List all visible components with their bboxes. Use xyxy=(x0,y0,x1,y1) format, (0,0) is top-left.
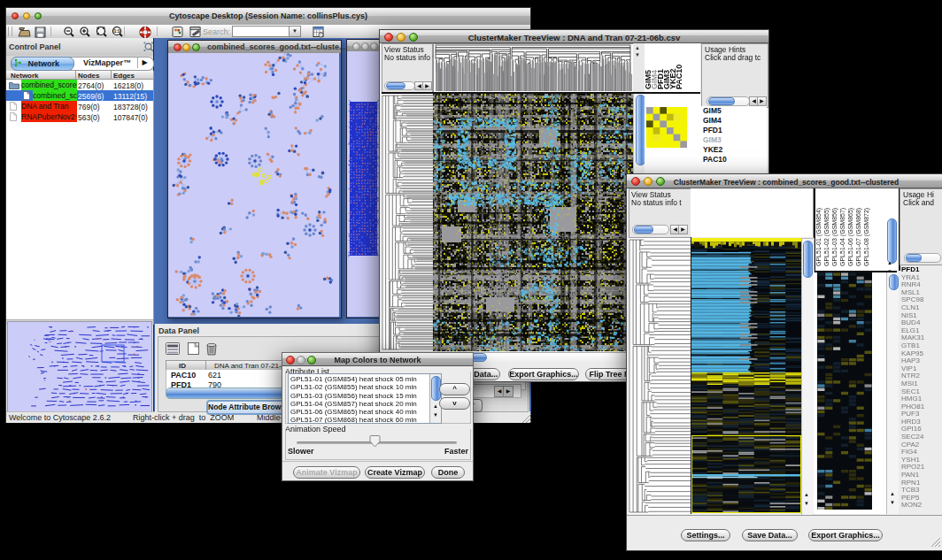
svg-text:PAC10: PAC10 xyxy=(675,65,683,89)
svg-text:GPL51-08 (GSM872): GPL51-08 (GSM872) xyxy=(863,208,870,266)
svg-text:GPL51-02 (GSM855): GPL51-02 (GSM855) xyxy=(823,208,830,266)
svg-text:1:1: 1:1 xyxy=(113,28,120,34)
svg-text:GPL51-07 (GSM868): GPL51-07 (GSM868) xyxy=(855,208,862,266)
svg-text:GPL51-06 (GSM865): GPL51-06 (GSM865) xyxy=(847,208,854,266)
svg-text:GPL51-04 (GSM857): GPL51-04 (GSM857) xyxy=(839,208,846,266)
svg-text:GPL51-03 (GSM856): GPL51-03 (GSM856) xyxy=(831,208,838,266)
svg-text:GPL51-01 (GSM854): GPL51-01 (GSM854) xyxy=(815,208,822,266)
